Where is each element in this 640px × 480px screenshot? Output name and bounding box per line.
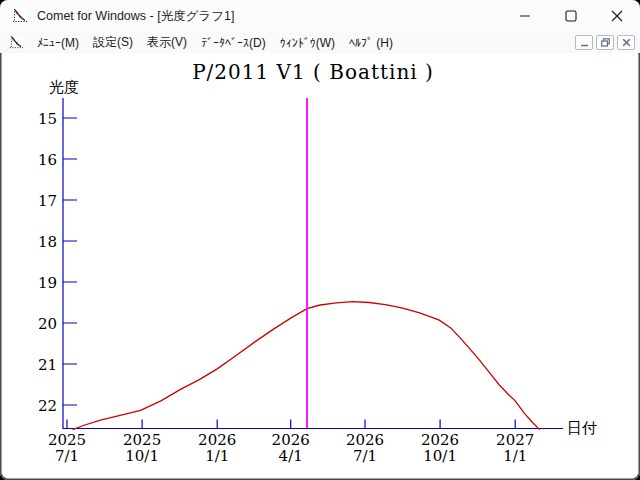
icon-dot — [20, 16, 22, 18]
x-tick-date-label: 4/1 — [279, 447, 303, 465]
y-tick-label: 16 — [38, 151, 57, 169]
title-bar: Comet for Windows - [光度グラフ1] — [0, 0, 640, 32]
mdi-restore-button[interactable] — [596, 35, 614, 50]
y-tick-label: 18 — [38, 233, 57, 251]
x-tick-date-label: 7/1 — [353, 447, 377, 465]
close-icon — [622, 38, 631, 47]
x-tick-date-label: 1/1 — [205, 447, 229, 465]
minimize-button[interactable] — [502, 0, 548, 32]
maximize-button[interactable] — [548, 0, 594, 32]
y-axis-label: 光度 — [49, 78, 79, 96]
restore-icon — [601, 38, 610, 47]
x-tick-date-label: 1/1 — [503, 447, 527, 465]
mdi-close-button[interactable] — [617, 35, 635, 50]
y-tick-label: 15 — [38, 110, 57, 128]
app-window: Comet for Windows - [光度グラフ1] — [0, 0, 640, 480]
menu-item-window[interactable]: ｳｨﾝﾄﾞｳ(W) — [273, 34, 342, 52]
y-tick-label: 22 — [38, 397, 57, 415]
magnitude-graph: P/2011 V1 ( Boattini )光度日付15161718192021… — [2, 53, 638, 478]
close-icon — [611, 10, 623, 22]
y-tick-label: 19 — [38, 274, 57, 292]
mdi-child-controls — [575, 35, 635, 50]
x-tick-date-label: 7/1 — [55, 447, 79, 465]
y-tick-label: 17 — [38, 192, 57, 210]
menu-item-settings[interactable]: 設定(S) — [86, 32, 140, 53]
y-tick-label: 20 — [38, 315, 57, 333]
comet-lightcurve-icon[interactable] — [9, 35, 24, 50]
menu-item-view[interactable]: 表示(V) — [140, 32, 194, 53]
menu-items: ﾒﾆｭｰ(M) 設定(S) 表示(V) ﾃﾞｰﾀﾍﾞｰｽ(D) ｳｨﾝﾄﾞｳ(W… — [30, 32, 400, 53]
mdi-minimize-button[interactable] — [575, 35, 593, 50]
graph-client-area: P/2011 V1 ( Boattini )光度日付15161718192021… — [2, 53, 638, 478]
menu-item-menu[interactable]: ﾒﾆｭｰ(M) — [30, 34, 86, 52]
window-controls — [502, 0, 640, 32]
icon-dot — [13, 39, 15, 41]
y-tick-label: 21 — [38, 356, 57, 374]
icon-dot — [16, 12, 18, 14]
menu-bar: ﾒﾆｭｰ(M) 設定(S) 表示(V) ﾃﾞｰﾀﾍﾞｰｽ(D) ｳｨﾝﾄﾞｳ(W… — [0, 32, 640, 54]
close-button[interactable] — [594, 0, 640, 32]
minimize-icon — [519, 10, 531, 22]
window-title: Comet for Windows - [光度グラフ1] — [37, 8, 234, 25]
menu-item-database[interactable]: ﾃﾞｰﾀﾍﾞｰｽ(D) — [194, 34, 273, 52]
maximize-icon — [565, 10, 577, 22]
menu-item-help[interactable]: ﾍﾙﾌﾟ (H) — [342, 34, 400, 52]
x-tick-date-label: 10/1 — [423, 447, 457, 465]
comet-lightcurve-icon[interactable] — [12, 8, 28, 24]
minimize-icon — [580, 38, 589, 47]
icon-dot — [16, 43, 18, 45]
x-tick-date-label: 10/1 — [125, 447, 159, 465]
x-axis-label: 日付 — [567, 419, 597, 437]
graph-title: P/2011 V1 ( Boattini ) — [192, 60, 434, 84]
